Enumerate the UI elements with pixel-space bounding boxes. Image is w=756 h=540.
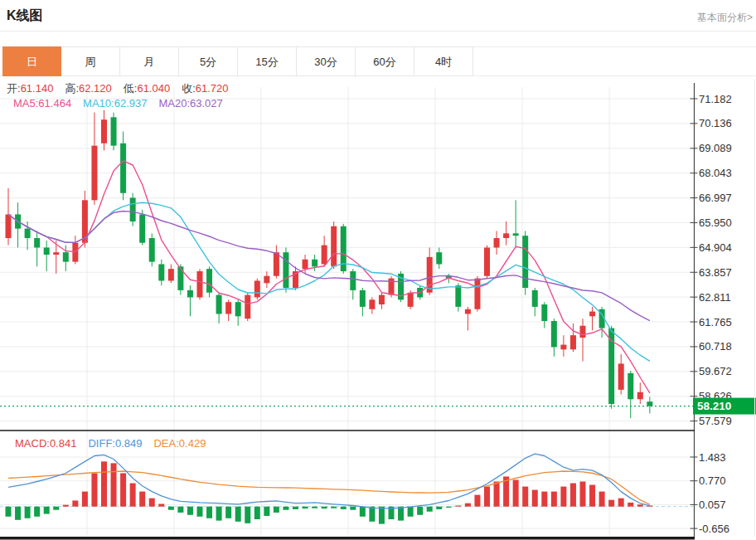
macd-bar (608, 500, 614, 507)
macd-bar (474, 495, 480, 507)
candlestick (322, 246, 327, 265)
candlestick (350, 271, 356, 290)
macd-bar (225, 507, 231, 518)
macd-bar (6, 507, 12, 517)
macd-tick-label: 0.770 (699, 474, 726, 487)
macd-bar (34, 507, 40, 517)
price-tick-label: 60.718 (699, 340, 732, 353)
price-tick-label: 63.857 (699, 266, 732, 279)
macd-bar (331, 507, 337, 508)
candlestick (53, 252, 59, 255)
candlestick (560, 345, 566, 350)
candlestick (25, 229, 31, 238)
macd-bar (446, 507, 452, 508)
macd-bar (589, 485, 595, 507)
candlestick (455, 285, 461, 307)
macd-bar (341, 507, 346, 509)
price-tick-label: 64.904 (699, 241, 732, 254)
macd-bar (283, 507, 288, 510)
info-segment: 收:61.720 (182, 82, 228, 95)
macd-bar (369, 507, 375, 522)
macd-bar (494, 482, 500, 507)
candlestick (408, 293, 414, 307)
macd-bar (417, 507, 423, 515)
current-price-badge-text: 58.210 (697, 400, 731, 412)
ma5-line (8, 161, 650, 393)
candlestick (522, 236, 528, 288)
macd-bar (551, 492, 557, 507)
candlestick (6, 214, 12, 238)
candlestick (647, 401, 652, 406)
price-tick-label: 69.089 (699, 142, 732, 154)
macd-bar (465, 504, 471, 507)
candlestick (235, 302, 241, 316)
candlestick (111, 117, 117, 145)
candlestick (197, 271, 203, 297)
ohlc-info-bar: 开:61.140高:62.120低:61.040收:61.720 (7, 81, 240, 96)
macd-bar (235, 507, 241, 522)
macd-bar (570, 484, 576, 507)
macd-bar (312, 507, 317, 508)
macd-bar (322, 507, 327, 508)
candlestick (580, 326, 586, 338)
price-tick-label: 71.182 (699, 93, 732, 105)
candlestick (283, 252, 288, 288)
info-segment: MA20:63.027 (158, 97, 222, 109)
candlestick (177, 266, 183, 290)
price-tick-label: 68.043 (699, 167, 732, 179)
price-tick-label: 62.811 (699, 291, 731, 304)
candlestick (101, 119, 107, 144)
info-segment: 高:62.120 (65, 82, 111, 95)
kline-widget: K线图 基本面分析> 日周月5分15分30分60分4时 71.18270.136… (0, 0, 756, 540)
candlestick (120, 144, 126, 193)
price-tick-label: 70.136 (699, 117, 732, 129)
macd-bar (53, 507, 59, 510)
macd-bar (513, 480, 519, 507)
candlestick (379, 295, 385, 304)
candlestick (91, 146, 97, 201)
candlestick (589, 312, 595, 317)
macd-bar (274, 507, 279, 513)
candlestick (331, 226, 337, 267)
macd-bar (580, 482, 586, 507)
candlestick (532, 290, 538, 307)
macd-bar (245, 507, 250, 523)
bottom-border (0, 537, 695, 540)
macd-bar (63, 505, 69, 507)
candlestick (34, 238, 40, 247)
macd-bar (91, 473, 97, 506)
macd-bar (379, 507, 385, 524)
macd-tick-label: 0.057 (699, 499, 726, 511)
info-segment: 开:61.140 (7, 82, 53, 95)
info-segment: DEA:0.429 (153, 437, 206, 450)
ma20-line (8, 212, 650, 321)
macd-bar (618, 499, 624, 507)
macd-bar (427, 507, 433, 512)
macd-info-bar: MACD:0.841DIFF:0.849DEA:0.429 (15, 437, 217, 450)
price-tick-label: 65.950 (699, 216, 732, 229)
candlestick (130, 197, 136, 221)
candlestick (225, 302, 231, 314)
macd-bar (628, 503, 633, 507)
candlestick (369, 299, 375, 309)
candlestick (63, 252, 69, 261)
candlestick (618, 363, 624, 389)
candlestick (360, 290, 366, 307)
price-tick-label: 59.672 (699, 365, 732, 377)
macd-tick-label: -0.656 (699, 523, 729, 535)
info-segment: MACD:0.841 (15, 437, 76, 450)
candlestick (44, 247, 50, 255)
macd-bar (350, 507, 356, 510)
macd-bar (408, 507, 414, 517)
macd-tick-label: 1.483 (699, 451, 726, 464)
macd-bar (541, 492, 547, 507)
candlestick (513, 233, 519, 236)
price-tick-label: 61.765 (699, 316, 732, 328)
ma-info-bar: MA5:61.464MA10:62.937MA20:63.027 (13, 97, 235, 109)
macd-bar (72, 500, 78, 506)
candlestick (484, 247, 490, 275)
macd-bar (197, 507, 203, 517)
macd-bar (254, 507, 260, 519)
macd-bar (522, 487, 528, 507)
macd-bar (120, 473, 126, 506)
